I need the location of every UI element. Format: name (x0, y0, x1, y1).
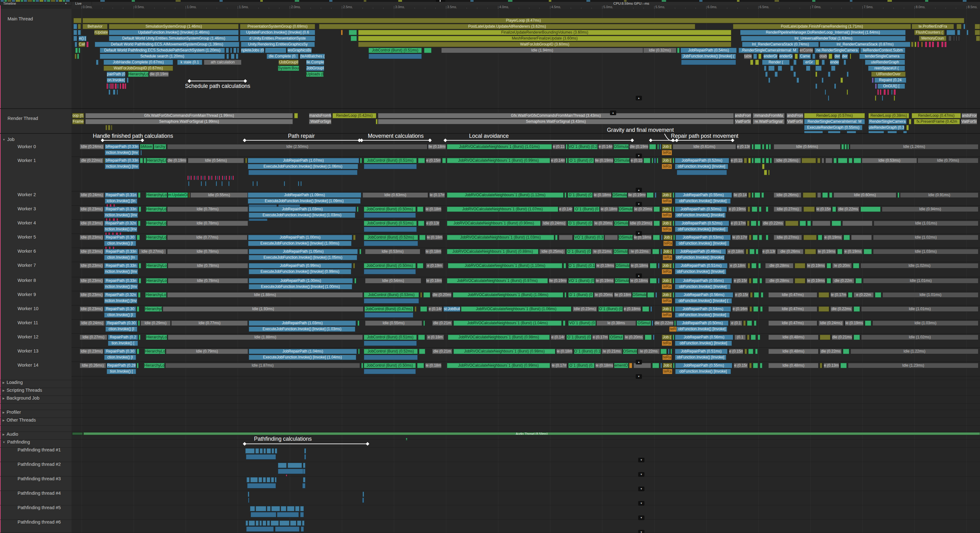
timeline-bar[interactable] (424, 48, 431, 53)
timeline-bar[interactable]: te.ProfilerEndFra (912, 24, 954, 29)
timeline-bar[interactable]: on.Invoke( (107, 78, 126, 83)
timeline-bar[interactable] (565, 192, 566, 198)
timeline-bar[interactable]: Job ( (662, 278, 672, 284)
timeline-bar[interactable]: teRa (662, 312, 672, 318)
timeline-bar[interactable]: JobRVOCalculateNeighbours`1 (Burst) (1.1… (448, 263, 562, 268)
timeline-bar[interactable]: e (0.18ms (624, 306, 641, 312)
timeline-bar[interactable]: ExecuteJobFunction.Invoke() [Invoke] (1.… (248, 241, 352, 246)
timeline-bar[interactable] (848, 292, 853, 298)
timeline-bar[interactable]: andsFron (786, 113, 803, 118)
sidebar-item-pathfinding[interactable]: ▼Pathfinding (3, 439, 72, 445)
timeline-bar[interactable] (259, 520, 262, 526)
timeline-bar[interactable]: tion.Invoke() [ (107, 369, 136, 374)
timeline-bar[interactable] (138, 278, 141, 284)
timeline-bar[interactable]: RepairPath (0.30 (104, 306, 136, 312)
timeline-bar[interactable]: Idle (0.94ms) (882, 207, 978, 212)
timeline-bar[interactable]: erConte (799, 48, 813, 53)
timeline-bar[interactable]: RepairPath (0.33n (104, 249, 138, 254)
timeline-bar[interactable]: e (0.19ms (728, 207, 746, 212)
timeline-bar[interactable] (906, 125, 909, 130)
timeline-bar[interactable] (559, 235, 573, 240)
timeline-bar[interactable]: JobRepairPath (1.09ms) (248, 192, 361, 198)
timeline-bar[interactable] (275, 477, 277, 482)
timeline-bar[interactable] (605, 235, 618, 240)
timeline-bar[interactable]: table (744, 54, 752, 59)
timeline-bar[interactable] (270, 520, 279, 526)
timeline-bar[interactable]: Idle (0.54ms) (188, 158, 244, 163)
timeline-bar[interactable] (832, 221, 841, 226)
timeline-bar[interactable] (785, 221, 799, 226)
timeline-bar[interactable] (278, 469, 304, 474)
timeline-bar[interactable]: (0.1 (735, 335, 746, 340)
timeline-bar[interactable]: obFunction.Invoke() [Invoke] (675, 312, 730, 318)
timeline-bar[interactable] (224, 176, 225, 180)
sidebar-item-other-threads[interactable]: ▶Other Threads (3, 417, 72, 423)
timeline-bar[interactable]: Idle (1.01ms) (883, 292, 978, 298)
timeline-bar[interactable] (877, 89, 879, 95)
timeline-bar[interactable]: JobRepairPath (1.00ms) (248, 235, 352, 240)
timeline-bar[interactable]: le (0.19ms (845, 321, 864, 326)
timeline-bar[interactable] (794, 60, 797, 65)
timeline-bar[interactable] (341, 30, 343, 35)
timeline-bar[interactable] (303, 463, 305, 468)
timeline-bar[interactable]: le (0.22ms (628, 249, 651, 254)
flow-event-marker[interactable]: ▼ (636, 374, 642, 379)
timeline-bar[interactable]: Idle (0.23ms) (80, 235, 103, 240)
timeline-bar[interactable]: lle (0.19ms (628, 192, 646, 198)
timeline-bar[interactable]: teR (669, 326, 677, 332)
timeline-bar[interactable]: teRa (662, 284, 672, 289)
timeline-bar[interactable]: HierarchyLo (146, 278, 167, 284)
timeline-bar[interactable]: JobRepairPath (0.52ms) (675, 221, 729, 226)
timeline-bar[interactable] (749, 278, 751, 284)
timeline-bar[interactable]: dle (0.20ms (432, 292, 452, 298)
timeline-bar[interactable]: OSimul (609, 335, 624, 340)
timeline-bar[interactable] (349, 30, 357, 35)
timeline-bar[interactable] (945, 42, 947, 47)
timeline-bar[interactable]: JobControl (Burst) (0.50ms) (364, 263, 416, 268)
timeline-bar[interactable] (78, 24, 81, 29)
timeline-bar[interactable]: O`1 (Burst) (0 (574, 207, 600, 212)
timeline-bar[interactable]: le (0.22ms (638, 349, 660, 354)
timeline-bar[interactable] (295, 506, 299, 511)
timeline-bar[interactable]: RenderLoop (0.57ms) (804, 113, 865, 118)
timeline-bar[interactable]: e (0.15r (733, 363, 748, 368)
timeline-bar[interactable] (751, 335, 756, 340)
timeline-bar[interactable] (937, 42, 939, 47)
timeline-bar[interactable]: le (0.20ms (593, 221, 613, 226)
flow-event-marker[interactable]: ▼ (638, 487, 644, 491)
timeline-bar[interactable]: e (0.15r (735, 292, 749, 298)
timeline-bar[interactable] (915, 42, 916, 47)
timeline-bar[interactable] (189, 176, 190, 180)
timeline-bar[interactable]: HierarchyLo (146, 235, 167, 240)
timeline-bar[interactable]: O`1 (Burst) (0.1 (574, 349, 601, 354)
timeline-bar[interactable] (652, 158, 653, 163)
timeline-bar[interactable]: JobRepairPath (1.03ms) (249, 207, 356, 212)
timeline-bar[interactable]: Idle (1.01ms) (874, 221, 978, 226)
timeline-bar[interactable]: Job ( (662, 158, 672, 163)
timeline-bar[interactable] (649, 144, 656, 149)
sidebar-item-background-job[interactable]: ▶Background Job (3, 395, 72, 401)
timeline-bar[interactable]: OSimula (615, 263, 630, 268)
timeline-bar[interactable]: andsFror (961, 113, 977, 118)
timeline-bar[interactable]: JobRepairPath (0.51ms) (675, 263, 727, 268)
timeline-bar[interactable]: PostLateUpdate.FinishFrameRendering (1.7… (733, 24, 911, 29)
timeline-bar[interactable]: Idle (1.23ms) (848, 363, 978, 368)
timeline-bar[interactable] (897, 192, 899, 198)
timeline-bar[interactable]: le (0.18m (426, 235, 443, 240)
sidebar-item-loading[interactable]: ▶Loading (3, 380, 72, 385)
timeline-bar[interactable]: dle (0.26ms (777, 249, 803, 254)
timeline-bar[interactable] (748, 192, 751, 198)
timeline-bar[interactable] (272, 448, 274, 453)
timeline-bar[interactable]: le (0.20m (832, 263, 852, 268)
timeline-bar[interactable] (856, 278, 862, 284)
timeline-bar[interactable] (752, 158, 754, 163)
timeline-bar[interactable]: uteRenderGraph (865, 60, 905, 65)
timeline-bar[interactable] (753, 363, 758, 368)
timeline-bar[interactable]: Idle (0.55ms) (190, 192, 248, 198)
timeline-bar[interactable]: derG (842, 54, 848, 59)
timeline-bar[interactable] (115, 83, 117, 89)
timeline-bar[interactable]: obFunction.Invoke() [Invoke] ( (675, 298, 732, 303)
timeline-bar[interactable]: OSimul (636, 321, 651, 326)
timeline-bar[interactable]: Inl_RenderCameraStack (0.87ms) (820, 42, 910, 47)
timeline-bar[interactable] (302, 483, 305, 488)
